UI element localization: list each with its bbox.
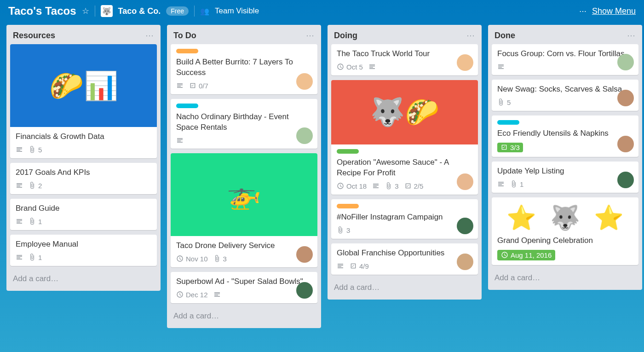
description-icon: [372, 182, 380, 190]
add-card-button[interactable]: Add a card…: [171, 308, 317, 324]
board-header: Taco's Tacos ☆ 🐺 Taco & Co. Free 👥 Team …: [0, 0, 644, 22]
list-menu-icon[interactable]: ⋯: [466, 30, 475, 40]
description-icon: [16, 254, 23, 261]
attachments-badge: 3: [385, 182, 398, 190]
card-cover: 🌮📊: [10, 44, 157, 127]
card[interactable]: ⭐🐺⭐Grand Opening Celebration Aug 11, 201…: [492, 197, 638, 265]
description-icon: [497, 63, 505, 70]
card-cover: 🐺🌮: [331, 80, 478, 144]
card[interactable]: 🐺🌮Operation "Awesome Sauce" - A Recipe F…: [331, 80, 478, 195]
card[interactable]: Nacho Ordinary Birthday - Event Space Re…: [171, 99, 317, 149]
list-title: To Do: [173, 31, 196, 40]
card[interactable]: Employee Manual 1: [10, 235, 157, 266]
list-title: Resources: [13, 31, 55, 40]
card-title: Grand Opening Celebration: [497, 236, 633, 246]
description-icon: [176, 137, 184, 144]
card-label[interactable]: [497, 120, 519, 125]
card-title: 2017 Goals And KPIs: [16, 167, 151, 178]
member-avatar[interactable]: [617, 136, 634, 152]
card-label[interactable]: [337, 149, 359, 154]
card[interactable]: 🌮📊Financials & Growth Data 5: [10, 44, 157, 158]
checklist-badge: 2/5: [404, 182, 424, 190]
description-icon: [176, 82, 184, 89]
card-title: New Swag: Socks, Scarves & Salsa: [497, 84, 633, 95]
list-title: Doing: [334, 31, 357, 40]
card-title: #NoFiller Instagram Campaign: [337, 212, 472, 223]
show-menu-link[interactable]: Show Menu: [592, 6, 636, 16]
team-logo-icon[interactable]: 🐺: [101, 5, 113, 17]
card-title: Eco Friendly Utensils & Napkins: [497, 128, 633, 139]
card[interactable]: Global Franchise Opportunities 4/9: [331, 243, 478, 275]
card[interactable]: Update Yelp Listing 1: [492, 162, 638, 193]
member-avatar[interactable]: [296, 127, 313, 144]
card-title: Superbowl Ad - "Super Salad Bowls": [176, 277, 312, 287]
card[interactable]: Build A Better Burrito: 7 Layers To Succ…: [171, 44, 317, 94]
card-cover: 🚁: [171, 153, 317, 236]
card-title: Taco Drone Delivery Service: [176, 241, 312, 251]
member-avatar[interactable]: [457, 54, 473, 71]
visibility-label[interactable]: Team Visible: [215, 6, 259, 16]
member-avatar[interactable]: [296, 282, 313, 299]
attachments-badge: 1: [29, 254, 42, 261]
member-avatar[interactable]: [617, 172, 634, 188]
list: Doing ⋯ The Taco Truck World Tour Oct 5🐺…: [328, 25, 482, 300]
visibility-icon[interactable]: 👥: [200, 7, 209, 16]
description-icon: [368, 63, 376, 70]
card[interactable]: 🚁Taco Drone Delivery Service Nov 10 3: [171, 153, 317, 267]
list-menu-icon[interactable]: ⋯: [306, 30, 315, 40]
due-date-badge: Oct 18: [337, 182, 367, 190]
member-avatar[interactable]: [457, 173, 473, 190]
card-title: Operation "Awesome Sauce" - A Recipe For…: [337, 157, 472, 179]
checklist-badge: 0/7: [189, 82, 208, 90]
card-title: Build A Better Burrito: 7 Layers To Succ…: [176, 57, 312, 78]
team-name[interactable]: Taco & Co.: [118, 6, 161, 16]
card-label[interactable]: [176, 104, 198, 108]
member-avatar[interactable]: [296, 73, 313, 90]
description-icon: [16, 182, 23, 189]
card[interactable]: #NoFiller Instagram Campaign 3: [331, 199, 478, 239]
member-avatar[interactable]: [457, 254, 473, 270]
description-icon: [16, 146, 23, 153]
due-date-badge: Dec 12: [176, 291, 208, 299]
member-avatar[interactable]: [617, 54, 634, 70]
list-menu-icon[interactable]: ⋯: [145, 30, 154, 40]
add-card-button[interactable]: Add a card…: [10, 271, 157, 287]
due-date-badge: Aug 11, 2016: [497, 250, 555, 260]
card-title: Financials & Growth Data: [16, 132, 151, 142]
description-icon: [213, 291, 221, 298]
attachments-badge: 2: [29, 182, 42, 190]
member-avatar[interactable]: [296, 246, 313, 263]
card[interactable]: Eco Friendly Utensils & Napkins 3/3: [492, 115, 638, 157]
card[interactable]: Brand Guide 1: [10, 199, 157, 230]
card-title: Nacho Ordinary Birthday - Event Space Re…: [176, 112, 312, 133]
card-title: Brand Guide: [16, 203, 151, 214]
card[interactable]: Focus Group: Corn vs. Flour Tortillas: [492, 44, 638, 75]
add-card-button[interactable]: Add a card…: [492, 270, 638, 286]
card-label[interactable]: [337, 204, 359, 208]
card[interactable]: 2017 Goals And KPIs 2: [10, 163, 157, 194]
card-title: Focus Group: Corn vs. Flour Tortillas: [497, 49, 633, 59]
card[interactable]: New Swag: Socks, Scarves & Salsa 5: [492, 80, 638, 111]
attachments-badge: 1: [510, 180, 523, 188]
list: To Do ⋯ Build A Better Burrito: 7 Layers…: [167, 25, 321, 328]
card-label[interactable]: [176, 49, 198, 53]
list: Done ⋯ Focus Group: Corn vs. Flour Torti…: [488, 25, 642, 290]
card-stickers: ⭐🐺⭐: [497, 202, 633, 236]
attachments-badge: 5: [497, 98, 511, 106]
attachments-badge: 5: [29, 146, 42, 154]
description-icon: [337, 262, 344, 270]
separator: [95, 6, 95, 17]
add-card-button[interactable]: Add a card…: [331, 279, 478, 296]
card[interactable]: The Taco Truck World Tour Oct 5: [331, 44, 478, 75]
checklist-badge: 3/3: [497, 143, 523, 152]
member-avatar[interactable]: [457, 218, 473, 234]
card-title: Employee Manual: [16, 239, 151, 250]
member-avatar[interactable]: [617, 90, 634, 106]
star-icon[interactable]: ☆: [82, 6, 89, 16]
card-title: The Taco Truck World Tour: [337, 49, 472, 59]
separator: [194, 6, 195, 17]
list-menu-icon[interactable]: ⋯: [627, 30, 636, 40]
more-icon[interactable]: ⋯: [579, 7, 586, 16]
card-title: Update Yelp Listing: [497, 166, 633, 177]
card[interactable]: Superbowl Ad - "Super Salad Bowls" Dec 1…: [171, 272, 317, 303]
